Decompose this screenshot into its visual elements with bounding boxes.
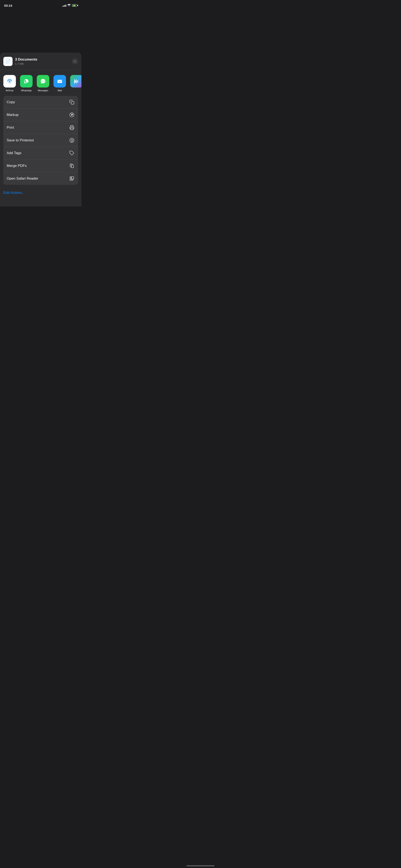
whatsapp-svg-icon <box>22 77 30 86</box>
signal-bar-2 <box>63 5 64 7</box>
action-open-safari-reader-label: Open Safari Reader <box>7 177 38 181</box>
share-sheet: 📄 3 Documents 1.7 MB × <box>0 53 82 207</box>
mail-svg-icon <box>56 77 64 85</box>
merge-icon <box>69 163 75 169</box>
background-overlay <box>0 9 82 51</box>
close-icon: × <box>74 60 76 63</box>
document-info: 3 Documents 1.7 MB <box>15 57 72 65</box>
action-add-tags[interactable]: Add Tags <box>3 147 78 160</box>
action-copy[interactable]: Copy <box>3 96 78 108</box>
messages-label: Messages <box>38 89 48 92</box>
close-button[interactable]: × <box>72 58 78 65</box>
airdrop-icon-bg <box>3 75 16 88</box>
status-time: 03:14 <box>4 4 12 7</box>
copy-icon <box>69 99 75 105</box>
action-markup-label: Markup <box>7 113 19 117</box>
svg-point-6 <box>41 81 42 82</box>
signal-bar-4 <box>66 5 66 7</box>
more-icon-bg <box>70 75 82 88</box>
actions-group: Copy Markup Pri <box>3 96 78 185</box>
action-open-safari-reader[interactable]: Open Safari Reader <box>3 172 78 185</box>
status-icons: ⚡ <box>62 4 77 7</box>
document-size: 1.7 MB <box>15 62 72 65</box>
action-add-tags-label: Add Tags <box>7 151 22 155</box>
svg-rect-12 <box>71 101 74 104</box>
action-merge-pdfs-label: Merge PDFs <box>7 164 27 168</box>
status-bar: 03:14 ⚡ <box>0 0 82 9</box>
mail-label: Mail <box>58 89 62 92</box>
app-mail[interactable]: Mail <box>54 75 66 92</box>
signal-bars-icon <box>62 4 66 7</box>
action-markup[interactable]: Markup <box>3 108 78 121</box>
more-svg-icon <box>72 77 81 85</box>
whatsapp-icon-bg <box>20 75 33 88</box>
action-save-pinterest-label: Save to Pinterest <box>7 138 34 143</box>
action-copy-label: Copy <box>7 100 15 104</box>
svg-rect-10 <box>57 80 62 83</box>
action-print-label: Print <box>7 126 14 130</box>
document-title: 3 Documents <box>15 57 72 62</box>
edit-actions-label: Edit Actions... <box>3 191 25 195</box>
markup-icon <box>69 112 75 118</box>
app-airdrop[interactable]: AirDrop <box>3 75 16 92</box>
battery-icon: ⚡ <box>72 4 77 7</box>
app-whatsapp[interactable]: WhatsApp <box>20 75 33 92</box>
messages-icon-bg <box>37 75 49 88</box>
action-merge-pdfs[interactable]: Merge PDFs <box>3 160 78 172</box>
svg-point-8 <box>44 81 45 82</box>
document-icon-wrapper: 📄 <box>3 57 12 66</box>
document-icon: 📄 <box>5 59 11 64</box>
airdrop-label: AirDrop <box>6 89 13 92</box>
mail-icon-bg <box>54 75 66 88</box>
messages-svg-icon <box>39 77 47 85</box>
pinterest-icon <box>69 137 75 143</box>
edit-actions[interactable]: Edit Actions... <box>0 187 82 198</box>
svg-point-7 <box>42 81 43 82</box>
svg-rect-20 <box>71 165 73 168</box>
share-apps-row: AirDrop WhatsApp <box>0 70 82 96</box>
app-more[interactable] <box>70 75 82 92</box>
share-header: 📄 3 Documents 1.7 MB × <box>0 53 82 70</box>
svg-rect-24 <box>71 177 74 179</box>
app-messages[interactable]: Messages <box>37 75 49 92</box>
svg-rect-23 <box>70 177 71 181</box>
signal-bar-1 <box>62 6 63 7</box>
tag-icon <box>69 150 75 156</box>
wifi-icon <box>67 4 71 7</box>
action-print[interactable]: Print <box>3 121 78 134</box>
action-save-pinterest[interactable]: Save to Pinterest <box>3 134 78 147</box>
whatsapp-label: WhatsApp <box>21 89 32 92</box>
signal-bar-3 <box>65 5 65 7</box>
airdrop-svg-icon <box>6 77 13 85</box>
svg-rect-15 <box>70 128 73 130</box>
safari-reader-icon <box>69 176 75 182</box>
print-icon <box>69 125 75 130</box>
